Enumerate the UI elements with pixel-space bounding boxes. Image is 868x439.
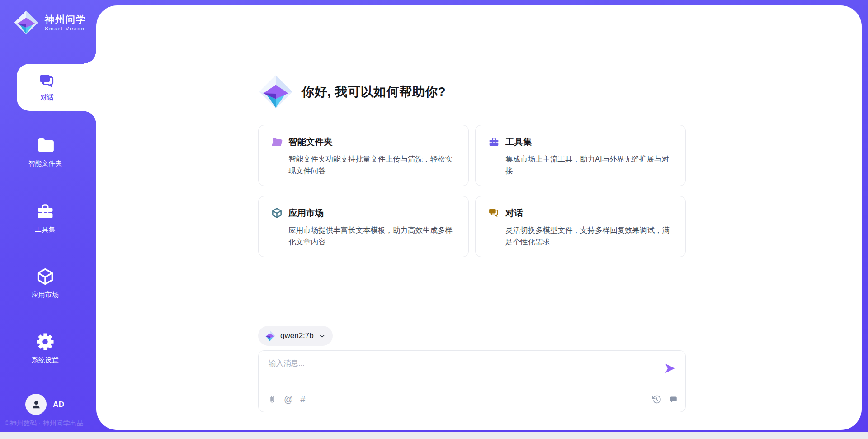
greeting: 你好, 我可以如何帮助你? bbox=[258, 74, 686, 110]
message-button[interactable] bbox=[669, 395, 678, 404]
card-description: 集成市场上主流工具，助力AI与外界无缝扩展与对接 bbox=[505, 153, 673, 177]
composer-toolbar: @ # bbox=[268, 386, 678, 412]
hash-button[interactable]: # bbox=[300, 395, 305, 404]
sidebar-item-label: 工具集 bbox=[35, 225, 56, 234]
cube-icon bbox=[36, 267, 55, 286]
brand-diamond-icon bbox=[14, 10, 39, 35]
sidebar-item-label: 应用市场 bbox=[32, 291, 59, 299]
user-profile[interactable]: AD bbox=[25, 394, 65, 415]
page-title: 你好, 我可以如何帮助你? bbox=[302, 83, 446, 100]
brand: 神州问学 Smart Vision bbox=[14, 10, 86, 35]
mention-icon: @ bbox=[284, 395, 293, 404]
card-title: 智能文件夹 bbox=[288, 136, 333, 148]
folder-open-icon bbox=[271, 136, 283, 148]
card-description: 智能文件夹功能支持批量文件上传与清洗，轻松实现文件问答 bbox=[288, 153, 456, 177]
card-title: 应用市场 bbox=[288, 207, 324, 219]
card-toolset[interactable]: 工具集 集成市场上主流工具，助力AI与外界无缝扩展与对接 bbox=[475, 125, 686, 186]
sidebar-item-label: 对话 bbox=[41, 93, 54, 102]
model-selector[interactable]: qwen2:7b bbox=[258, 326, 333, 346]
hash-icon: # bbox=[300, 395, 305, 404]
brand-subtitle: Smart Vision bbox=[45, 26, 86, 31]
tab-curve-bottom bbox=[84, 111, 96, 124]
avatar bbox=[25, 394, 47, 415]
chat-icon bbox=[488, 207, 500, 219]
sidebar-item-toolset[interactable]: 工具集 bbox=[0, 202, 90, 234]
card-chat[interactable]: 对话 灵活切换多模型文件，支持多样回复效果调试，满足个性化需求 bbox=[475, 196, 686, 257]
copyright-footer: ©神州数码 · 神州问学出品 bbox=[5, 419, 83, 428]
app-window: 神州问学 Smart Vision 对话 智能文件夹 工具集 bbox=[0, 0, 868, 439]
chevron-down-icon bbox=[318, 332, 326, 340]
cube-icon bbox=[271, 207, 283, 219]
folder-icon bbox=[36, 136, 55, 155]
tab-curve-top bbox=[84, 51, 96, 64]
brand-diamond-icon bbox=[264, 330, 276, 342]
person-icon bbox=[30, 399, 42, 410]
card-title: 对话 bbox=[505, 207, 523, 219]
sidebar-item-label: 智能文件夹 bbox=[28, 159, 62, 168]
sidebar-item-settings[interactable]: 系统设置 bbox=[0, 332, 90, 364]
model-name: qwen2:7b bbox=[280, 331, 314, 340]
card-description: 灵活切换多模型文件，支持多样回复效果调试，满足个性化需求 bbox=[505, 224, 673, 248]
sidebar-item-smart-folders[interactable]: 智能文件夹 bbox=[0, 136, 90, 168]
card-app-market[interactable]: 应用市场 应用市场提供丰富长文本模板，助力高效生成多样化文章内容 bbox=[258, 196, 469, 257]
feature-cards: 智能文件夹 智能文件夹功能支持批量文件上传与清洗，轻松实现文件问答 工具 bbox=[258, 125, 686, 257]
greeting-logo-icon bbox=[258, 74, 293, 110]
attachment-button[interactable] bbox=[268, 395, 277, 404]
message-icon bbox=[669, 395, 678, 404]
main-content: 你好, 我可以如何帮助你? 智能文件夹 智能文件夹功能支持批量文件上传与清洗，轻… bbox=[258, 5, 686, 412]
send-icon bbox=[664, 362, 676, 375]
card-smart-folders[interactable]: 智能文件夹 智能文件夹功能支持批量文件上传与清洗，轻松实现文件问答 bbox=[258, 125, 469, 186]
composer: @ # bbox=[258, 350, 686, 412]
chat-icon bbox=[38, 73, 56, 90]
attachment-icon bbox=[268, 395, 277, 404]
toolbox-icon bbox=[36, 202, 55, 221]
briefcase-icon bbox=[488, 136, 500, 148]
sidebar-item-label: 系统设置 bbox=[32, 356, 59, 364]
model-selector-row: qwen2:7b bbox=[258, 326, 686, 346]
user-name: AD bbox=[53, 400, 65, 409]
main-panel: 你好, 我可以如何帮助你? 智能文件夹 智能文件夹功能支持批量文件上传与清洗，轻… bbox=[96, 5, 862, 430]
brand-text: 神州问学 Smart Vision bbox=[45, 14, 86, 31]
history-button[interactable] bbox=[652, 395, 661, 404]
card-description: 应用市场提供丰富长文本模板，助力高效生成多样化文章内容 bbox=[288, 224, 456, 248]
brand-name: 神州问学 bbox=[45, 14, 86, 24]
card-title: 工具集 bbox=[505, 136, 532, 148]
send-button[interactable] bbox=[663, 362, 677, 376]
gear-icon bbox=[36, 332, 55, 351]
bottom-strip bbox=[0, 432, 868, 439]
mention-button[interactable]: @ bbox=[284, 395, 293, 404]
message-input[interactable] bbox=[268, 358, 647, 382]
history-icon bbox=[652, 395, 661, 404]
sidebar-item-chat[interactable]: 对话 bbox=[17, 64, 105, 111]
sidebar-item-app-market[interactable]: 应用市场 bbox=[0, 267, 90, 299]
